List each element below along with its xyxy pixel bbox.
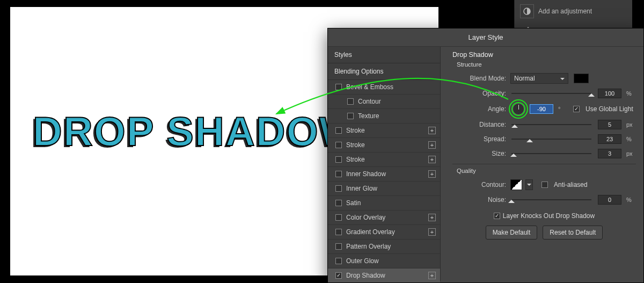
style-label: Inner Shadow <box>346 170 386 178</box>
anti-aliased-label: Anti-aliased <box>554 181 588 188</box>
adjustments-hint: Add an adjustment <box>538 8 592 15</box>
size-label: Size: <box>452 150 506 157</box>
style-label: Stroke <box>346 127 365 134</box>
checkbox-icon[interactable] <box>335 156 342 163</box>
angle-dial[interactable] <box>513 103 524 115</box>
unit: ° <box>558 106 568 112</box>
style-texture[interactable]: Texture <box>328 109 440 124</box>
global-light-label: Use Global Light <box>586 105 633 113</box>
checkbox-icon[interactable] <box>335 258 342 264</box>
blend-mode-dropdown[interactable]: Normal <box>510 73 568 84</box>
style-label: Color Overlay <box>346 214 385 221</box>
style-contour[interactable]: Contour <box>328 95 440 109</box>
style-label: Satin <box>346 199 361 207</box>
unit: % <box>626 197 636 203</box>
unit: % <box>626 90 636 97</box>
style-bevel-emboss[interactable]: Bevel & Emboss <box>328 80 440 95</box>
checkbox-icon[interactable] <box>347 98 354 105</box>
make-default-button[interactable]: Make Default <box>486 226 538 240</box>
checkbox-icon[interactable] <box>335 214 342 221</box>
style-label: Stroke <box>346 141 365 149</box>
adjustments-circle-icon[interactable] <box>520 4 534 18</box>
style-stroke-1[interactable]: Stroke + <box>328 124 440 138</box>
style-label: Drop Shadow <box>346 272 385 279</box>
style-pattern-overlay[interactable]: Pattern Overlay <box>328 240 440 254</box>
styles-list: Styles Blending Options Bevel & Emboss C… <box>328 47 441 281</box>
size-value[interactable]: 3 <box>598 149 621 158</box>
style-gradient-overlay[interactable]: Gradient Overlay + <box>328 225 440 240</box>
section-title: Drop Shadow <box>452 51 636 59</box>
noise-slider[interactable] <box>511 196 591 204</box>
angle-label: Angle: <box>452 105 506 113</box>
checkbox-icon[interactable] <box>335 243 342 250</box>
checkbox-icon[interactable] <box>335 185 342 192</box>
style-label: Stroke <box>346 156 365 163</box>
global-light-checkbox[interactable] <box>573 106 580 112</box>
style-stroke-2[interactable]: Stroke + <box>328 138 440 153</box>
knockout-label: Layer Knocks Out Drop Shadow <box>503 212 595 220</box>
unit: % <box>626 136 636 142</box>
plus-icon[interactable]: + <box>428 228 436 236</box>
contour-swatch[interactable] <box>510 179 522 190</box>
checkbox-icon[interactable] <box>335 84 342 90</box>
plus-icon[interactable]: + <box>428 214 436 221</box>
spread-label: Spread: <box>452 135 506 143</box>
plus-icon[interactable]: + <box>428 170 436 178</box>
angle-value[interactable]: -90 <box>530 104 553 114</box>
checkbox-icon[interactable] <box>335 127 342 134</box>
spread-slider[interactable] <box>511 135 591 143</box>
layer-style-dialog: Layer Style Styles Blending Options Beve… <box>327 28 644 283</box>
size-slider[interactable] <box>511 150 591 157</box>
style-drop-shadow[interactable]: Drop Shadow + <box>328 269 440 283</box>
style-label: Outer Glow <box>346 257 379 265</box>
blend-mode-value: Normal <box>514 75 535 82</box>
distance-label: Distance: <box>452 121 506 128</box>
style-label: Bevel & Emboss <box>346 83 393 91</box>
anti-aliased-checkbox[interactable] <box>541 182 548 188</box>
style-inner-shadow[interactable]: Inner Shadow + <box>328 167 440 182</box>
shadow-color-swatch[interactable] <box>574 74 589 83</box>
plus-icon[interactable]: + <box>428 272 436 279</box>
style-label: Pattern Overlay <box>346 243 391 250</box>
noise-label: Noise: <box>452 196 506 204</box>
style-outer-glow[interactable]: Outer Glow <box>328 254 440 269</box>
unit: px <box>626 121 636 128</box>
plus-icon[interactable]: + <box>428 141 436 149</box>
styles-header[interactable]: Styles <box>328 47 440 63</box>
reset-default-button[interactable]: Reset to Default <box>543 226 603 240</box>
blending-options[interactable]: Blending Options <box>328 63 440 80</box>
checkbox-icon[interactable] <box>347 113 354 119</box>
opacity-label: Opacity: <box>452 90 506 97</box>
structure-title: Structure <box>452 61 636 68</box>
opacity-slider[interactable] <box>511 90 591 97</box>
style-inner-glow[interactable]: Inner Glow <box>328 182 440 196</box>
checkbox-icon[interactable] <box>335 200 342 206</box>
contour-label: Contour: <box>452 181 506 188</box>
checkbox-icon[interactable] <box>335 229 342 235</box>
style-color-overlay[interactable]: Color Overlay + <box>328 211 440 225</box>
quality-title: Quality <box>452 164 636 174</box>
unit: px <box>626 150 636 157</box>
opacity-value[interactable]: 100 <box>598 89 621 98</box>
style-label: Contour <box>358 98 381 105</box>
plus-icon[interactable]: + <box>428 127 436 134</box>
spread-value[interactable]: 23 <box>598 134 621 144</box>
drop-shadow-settings: Drop Shadow Structure Blend Mode: Normal… <box>441 47 643 281</box>
distance-slider[interactable] <box>511 121 591 128</box>
contour-dropdown[interactable] <box>525 179 533 190</box>
distance-value[interactable]: 5 <box>598 120 621 129</box>
style-satin[interactable]: Satin <box>328 196 440 211</box>
blend-mode-label: Blend Mode: <box>452 75 506 82</box>
style-stroke-3[interactable]: Stroke + <box>328 153 440 167</box>
checkbox-icon[interactable] <box>335 142 342 148</box>
checkbox-icon[interactable] <box>335 272 342 279</box>
knockout-checkbox[interactable] <box>494 213 500 219</box>
style-label: Inner Glow <box>346 185 377 192</box>
style-label: Texture <box>358 112 379 120</box>
plus-icon[interactable]: + <box>428 156 436 163</box>
style-label: Gradient Overlay <box>346 228 395 236</box>
noise-value[interactable]: 0 <box>598 195 621 205</box>
dialog-title: Layer Style <box>328 28 643 47</box>
checkbox-icon[interactable] <box>335 171 342 177</box>
